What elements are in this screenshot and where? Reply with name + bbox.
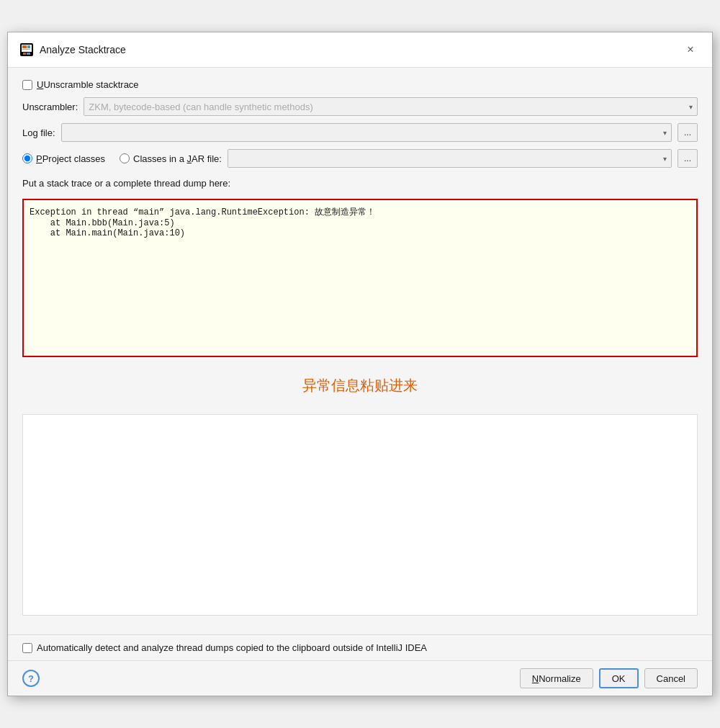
- unscrambler-row: Unscrambler: ZKM, bytecode-based (can ha…: [22, 97, 698, 116]
- logfile-arrow: ▾: [663, 129, 667, 137]
- cancel-button[interactable]: Cancel: [644, 668, 698, 688]
- logfile-label: Log file:: [22, 127, 55, 138]
- analyze-stacktrace-dialog: Analyze Stacktrace × UUnscramble stacktr…: [7, 32, 713, 696]
- unscramble-row: UUnscramble stacktrace: [22, 79, 698, 90]
- unscramble-checkbox[interactable]: [22, 80, 32, 90]
- dialog-footer: ? NNormalize OK Cancel: [8, 660, 712, 696]
- project-classes-label: PProject classes: [36, 153, 105, 164]
- stacktrace-section-label: Put a stack trace or a complete thread d…: [22, 178, 698, 189]
- dialog-body: UUnscramble stacktrace Unscrambler: ZKM,…: [8, 68, 712, 634]
- jar-file-option[interactable]: Classes in a JAR file:: [120, 153, 222, 164]
- logfile-dropdown[interactable]: ▾: [61, 123, 672, 142]
- dialog-title: Analyze Stacktrace: [40, 44, 126, 55]
- svg-rect-6: [27, 53, 30, 55]
- title-bar-left: Analyze Stacktrace: [19, 42, 126, 57]
- jar-file-label: Classes in a JAR file:: [133, 153, 222, 164]
- app-icon: [19, 42, 34, 57]
- help-button[interactable]: ?: [22, 670, 40, 687]
- stacktrace-textarea[interactable]: [22, 199, 698, 357]
- unscrambler-value: ZKM, bytecode-based (can handle syntheti…: [89, 102, 686, 112]
- annotation-text: 异常信息粘贴进来: [22, 364, 698, 407]
- logfile-browse-button[interactable]: ...: [678, 123, 698, 142]
- svg-rect-3: [27, 45, 30, 48]
- project-classes-option[interactable]: PProject classes: [22, 153, 105, 164]
- auto-detect-checkbox[interactable]: [22, 643, 32, 653]
- logfile-row: Log file: ▾ ...: [22, 123, 698, 142]
- normalize-underline: N: [532, 673, 539, 684]
- footer-left: ?: [22, 670, 40, 687]
- footer-buttons: NNormalize OK Cancel: [520, 668, 698, 688]
- jar-browse-button[interactable]: ...: [678, 149, 698, 168]
- jar-arrow: ▾: [663, 155, 667, 163]
- auto-detect-label: Automatically detect and analyze thread …: [37, 642, 427, 653]
- result-area: [22, 414, 698, 616]
- title-bar: Analyze Stacktrace ×: [8, 32, 712, 68]
- classes-row: PProject classes Classes in a JAR file: …: [22, 149, 698, 168]
- ok-button[interactable]: OK: [599, 668, 639, 688]
- jar-file-radio[interactable]: [120, 153, 130, 163]
- auto-detect-row: Automatically detect and analyze thread …: [8, 634, 712, 660]
- unscrambler-arrow: ▾: [689, 103, 693, 111]
- unscramble-label[interactable]: UUnscramble stacktrace: [37, 79, 139, 90]
- close-button[interactable]: ×: [680, 40, 701, 60]
- svg-rect-4: [22, 49, 30, 50]
- project-classes-radio[interactable]: [22, 153, 32, 163]
- svg-rect-2: [22, 45, 27, 48]
- normalize-button[interactable]: NNormalize: [520, 668, 593, 688]
- svg-rect-5: [23, 53, 26, 55]
- jar-dropdown[interactable]: ▾: [228, 149, 672, 168]
- unscrambler-dropdown[interactable]: ZKM, bytecode-based (can handle syntheti…: [84, 97, 698, 116]
- unscrambler-label: Unscrambler:: [22, 102, 78, 112]
